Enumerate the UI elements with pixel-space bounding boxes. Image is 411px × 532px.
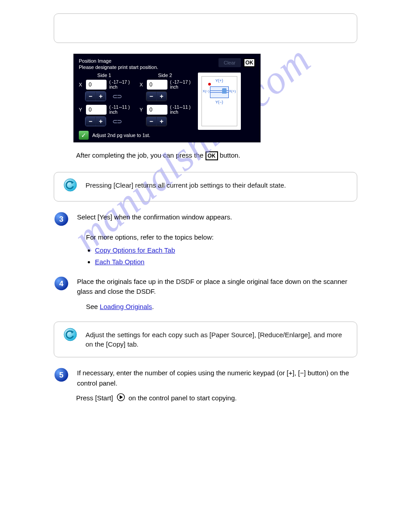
screen-subtitle: Please designate print start position. — [79, 64, 158, 70]
adjust-checkbox[interactable]: ✓ — [79, 131, 89, 140]
side1-x-unit: inch — [109, 85, 117, 90]
step5-text: If necessary, enter the number of copies… — [77, 368, 357, 388]
svg-text:4: 4 — [59, 279, 64, 288]
hint-icon — [63, 178, 77, 192]
step4-text: Place the originals face up in the DSDF … — [77, 277, 357, 297]
after-shot-after: button. — [220, 151, 240, 159]
side1-x-minus[interactable]: − — [86, 92, 96, 101]
link-copy-options[interactable]: Copy Options for Each Tab — [95, 246, 175, 254]
x-plus-label: X(+) — [229, 89, 235, 93]
side2-x-plus[interactable]: + — [157, 92, 167, 101]
side2-y-range: ( -11∼11 ) — [170, 105, 191, 110]
y-minus-label: Y(−) — [215, 100, 223, 104]
x-minus-label: X(−) — [203, 89, 210, 93]
side2-label: Side 2 — [140, 73, 191, 78]
y-plus-label: Y(+) — [215, 78, 223, 83]
side1-y-minus[interactable]: − — [86, 117, 96, 126]
link-loading-originals[interactable]: Loading Originals — [100, 303, 152, 310]
device-screen: Position Image Please designate print st… — [73, 54, 261, 142]
step-badge-3: 3 — [54, 211, 69, 227]
side2-y-minus[interactable]: − — [146, 117, 157, 126]
continue-before: Press [Start] — [76, 394, 113, 402]
hint-icon-2 — [63, 327, 77, 342]
info-box-top — [54, 13, 357, 43]
start-icon — [117, 393, 125, 404]
clear-button[interactable]: Clear — [218, 58, 241, 67]
axis-y: Y — [79, 107, 83, 112]
side1-y-range: ( -11∼11 ) — [109, 105, 130, 110]
link-icon-x[interactable]: ⊂⊃ — [112, 93, 121, 100]
link-icon-y[interactable]: ⊂⊃ — [112, 118, 121, 125]
axis-x2: X — [140, 82, 144, 87]
continue-after: on the control panel to start copying. — [128, 394, 237, 402]
hint-box-2: Adjust the settings for each copy such a… — [54, 322, 357, 357]
origin-dot-icon — [208, 83, 211, 86]
inline-ok-icon: OK — [206, 151, 218, 160]
hint-box-1: Pressing [Clear] returns all current job… — [54, 172, 357, 202]
step3-text: Select [Yes] when the confirmation windo… — [77, 212, 232, 223]
svg-text:5: 5 — [59, 371, 63, 379]
after-shot-before: After completing the job, you can press … — [76, 151, 203, 159]
hint2-text: Adjust the settings for each copy such a… — [86, 330, 347, 349]
side2-x-range: ( -17∼17 ) — [170, 80, 191, 85]
step4-sub-see: See — [86, 303, 100, 310]
step3-sub-intro: For more options, refer to the topics be… — [86, 232, 357, 242]
step-badge-5: 5 — [54, 367, 69, 382]
adjust-label: Adjust 2nd pg value to 1st. — [92, 133, 150, 138]
axis-x: X — [79, 82, 83, 87]
preview-pane: Y(+) X(−) X(+) Y(−) — [198, 73, 241, 130]
side1-y-unit: inch — [109, 110, 117, 115]
hint1-text: Pressing [Clear] returns all current job… — [86, 180, 347, 190]
side2-y-plus[interactable]: + — [157, 117, 167, 126]
axis-y2: Y — [140, 107, 144, 112]
side2-y-unit: inch — [170, 110, 178, 115]
side1-y-plus[interactable]: + — [96, 117, 106, 126]
side1-label: Side 1 — [79, 73, 130, 78]
svg-text:3: 3 — [59, 215, 63, 223]
side1-y-input[interactable] — [86, 105, 107, 115]
side2-y-input[interactable] — [147, 105, 167, 115]
side2-x-input[interactable] — [147, 80, 167, 90]
side1-x-input[interactable] — [86, 80, 107, 90]
side2-x-unit: inch — [170, 85, 178, 90]
side1-x-plus[interactable]: + — [96, 92, 106, 101]
link-each-tab[interactable]: Each Tab Option — [95, 258, 145, 266]
ok-button[interactable]: OK — [244, 58, 255, 67]
side1-x-range: ( -17∼17 ) — [109, 80, 130, 85]
side2-x-minus[interactable]: − — [146, 92, 157, 101]
screen-title: Position Image — [79, 58, 158, 64]
step-badge-4: 4 — [54, 276, 69, 291]
